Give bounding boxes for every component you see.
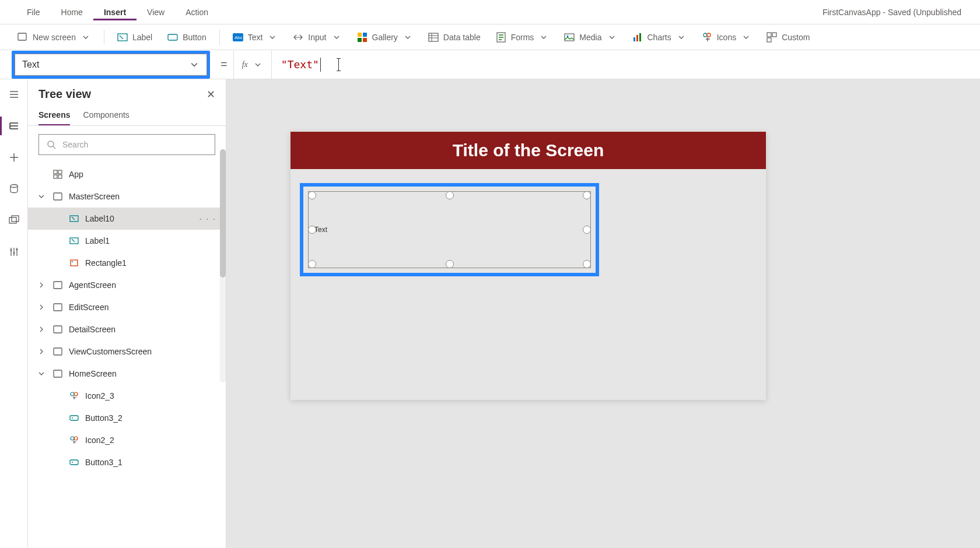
gallery-dropdown[interactable]: Gallery [351, 29, 419, 46]
svg-point-36 [72, 261, 73, 262]
tree-node-icon2_3[interactable]: Icon2_3 [28, 385, 226, 407]
insert-label-button[interactable]: Label [111, 29, 158, 46]
tree-node-label: Rectangle1 [85, 258, 127, 268]
tree-node-masterscreen[interactable]: MasterScreen [28, 185, 226, 208]
svg-point-49 [72, 462, 73, 463]
expand-toggle[interactable] [38, 194, 47, 199]
insert-button-button[interactable]: Button [162, 29, 212, 46]
tree-tabs: Screens Components [28, 106, 226, 126]
resize-handle-top-mid[interactable] [446, 191, 454, 199]
data-table-button[interactable]: Data table [422, 29, 487, 46]
rail-insert[interactable] [7, 150, 21, 164]
tree-title: Tree view [38, 87, 91, 101]
app-icon [52, 169, 63, 180]
svg-point-24 [10, 250, 12, 251]
tree-node-agentscreen[interactable]: AgentScreen [28, 274, 226, 296]
close-panel-button[interactable]: ✕ [206, 88, 215, 101]
custom-dropdown[interactable]: Custom [761, 29, 816, 46]
menu-insert[interactable]: Insert [93, 4, 136, 20]
svg-point-43 [74, 392, 78, 396]
resize-handle-top-left[interactable] [308, 191, 316, 199]
charts-dropdown[interactable]: Charts [626, 29, 692, 46]
tab-screens[interactable]: Screens [38, 106, 70, 125]
tree-node-viewcustomersscreen[interactable]: ViewCustomersScreen [28, 340, 226, 363]
scrollbar-thumb[interactable] [220, 149, 226, 277]
tab-components[interactable]: Components [83, 106, 129, 125]
svg-rect-22 [9, 217, 16, 223]
tree-node-label1[interactable]: Label1 [28, 230, 226, 252]
chevron-down-icon [189, 59, 200, 70]
svg-rect-35 [71, 260, 78, 266]
menu-home[interactable]: Home [51, 4, 93, 20]
formula-bar: Text = fx "Text" [0, 50, 980, 79]
svg-rect-32 [54, 193, 62, 200]
side-rail [0, 79, 28, 548]
tree-node-label: App [69, 170, 83, 179]
rail-data[interactable] [7, 182, 21, 196]
resize-handle-top-right[interactable] [583, 191, 591, 199]
svg-rect-7 [358, 38, 362, 42]
svg-point-45 [72, 417, 73, 419]
tree-search-input[interactable]: Search [38, 134, 215, 155]
expand-toggle[interactable] [38, 304, 47, 310]
selected-control-bounds[interactable]: Text [308, 191, 591, 268]
insert-button-text: Button [183, 33, 206, 42]
canvas[interactable]: Title of the Screen Text [226, 79, 980, 548]
text-dropdown[interactable]: Abc Text [227, 29, 284, 46]
tree-node-icon2_2[interactable]: Icon2_2 [28, 429, 226, 451]
resize-handle-mid-left[interactable] [308, 226, 316, 234]
expand-toggle[interactable] [38, 371, 47, 377]
new-screen-button[interactable]: New screen [12, 29, 97, 46]
resize-handle-bot-mid[interactable] [446, 260, 454, 268]
tree-node-button3_2[interactable]: Button3_2 [28, 407, 226, 429]
tree-node-editscreen[interactable]: EditScreen [28, 296, 226, 318]
menu-view[interactable]: View [136, 4, 175, 20]
screen-icon [52, 368, 63, 379]
svg-rect-15 [639, 33, 641, 41]
resize-handle-bot-right[interactable] [583, 260, 591, 268]
tree-header: Tree view ✕ [28, 79, 226, 106]
formula-input[interactable]: "Text" [272, 50, 980, 79]
expand-toggle[interactable] [38, 282, 47, 288]
input-dropdown[interactable]: Input [287, 29, 347, 46]
tree-node-button3_1[interactable]: Button3_1 [28, 451, 226, 473]
selected-control-highlight[interactable]: Text [300, 183, 599, 276]
screen-stage[interactable]: Title of the Screen Text [290, 132, 766, 400]
expand-toggle[interactable] [38, 326, 47, 332]
rail-hamburger[interactable] [7, 87, 21, 101]
icons-dropdown[interactable]: Icons [696, 29, 757, 46]
tree-node-homescreen[interactable]: HomeScreen [28, 363, 226, 385]
svg-rect-34 [70, 238, 78, 244]
menu-file[interactable]: File [16, 4, 51, 20]
tree-list[interactable]: AppMasterScreenLabel10· · ·Label1Rectang… [28, 163, 226, 548]
tree-node-label: AgentScreen [69, 280, 116, 290]
tree-node-rectangle1[interactable]: Rectangle1 [28, 252, 226, 274]
more-options-button[interactable]: · · · [200, 214, 220, 223]
svg-rect-30 [54, 175, 57, 178]
forms-dropdown[interactable]: Forms [490, 29, 555, 46]
media-dropdown[interactable]: Media [558, 29, 622, 46]
tree-node-app[interactable]: App [28, 163, 226, 185]
rail-advanced[interactable] [7, 245, 21, 259]
input-icon [293, 32, 303, 43]
expand-toggle[interactable] [38, 349, 47, 354]
property-selector[interactable]: Text [15, 54, 207, 76]
resize-handle-bot-left[interactable] [308, 260, 316, 268]
toolbar-separator [219, 30, 220, 45]
media-label: Media [579, 33, 601, 42]
tree-node-label10[interactable]: Label10· · · [28, 208, 226, 230]
menu-action[interactable]: Action [175, 4, 219, 20]
icons-icon [702, 32, 712, 43]
tree-view-panel: Tree view ✕ Screens Components Search Ap… [28, 79, 226, 548]
icons-label: Icons [717, 33, 736, 42]
tree-node-detailscreen[interactable]: DetailScreen [28, 318, 226, 340]
label-icon [69, 213, 79, 224]
rail-media[interactable] [7, 213, 21, 227]
data-table-label: Data table [443, 33, 481, 42]
rail-tree-view[interactable] [7, 119, 21, 133]
buttonctl-icon [69, 457, 79, 468]
resize-handle-mid-right[interactable] [583, 226, 591, 234]
search-placeholder: Search [62, 140, 88, 149]
fx-button[interactable]: fx [233, 50, 272, 79]
svg-rect-37 [54, 282, 62, 289]
